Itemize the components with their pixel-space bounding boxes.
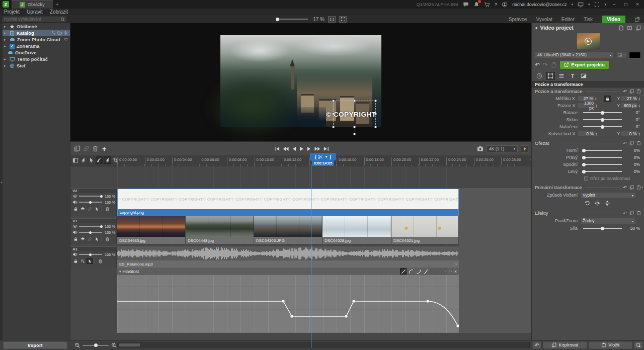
snapshot-camera-icon[interactable]	[477, 145, 484, 152]
display-dropdown-icon[interactable]: ▾	[588, 3, 590, 7]
previous-clip-button[interactable]	[283, 146, 289, 151]
watermark-strip[interactable]: © COPYRIGHT© COPYRIGHT© COPYRIGHT© COPYR…	[118, 189, 458, 209]
crop-after-transform-checkbox[interactable]	[584, 177, 588, 181]
selection-handle[interactable]	[374, 126, 377, 128]
next-keyframe-icon[interactable]: ›	[451, 269, 452, 274]
speaker-icon[interactable]	[72, 252, 77, 257]
external-window-icon[interactable]	[634, 17, 640, 22]
next-frame-button[interactable]	[307, 146, 311, 151]
export-project-button[interactable]: Export projektu	[560, 61, 609, 69]
select-tool-icon[interactable]	[88, 156, 95, 164]
position-y-input[interactable]: 800 px	[621, 103, 638, 109]
expand-icon[interactable]: ▸	[4, 64, 8, 68]
volume-knob[interactable]	[89, 201, 92, 204]
rotation-slider[interactable]	[583, 112, 622, 113]
undo-button[interactable]: ↶	[532, 341, 541, 349]
collapse-icon[interactable]: ▾	[119, 270, 121, 274]
rotate-ccw-icon[interactable]	[584, 200, 590, 206]
sidebar-item-oblibene[interactable]: ▸ Oblíbené	[3, 23, 70, 30]
back-icon[interactable]: ◂	[535, 25, 537, 30]
reset-icon[interactable]: ↶	[623, 140, 627, 146]
envelope-edit-icon[interactable]	[87, 258, 93, 264]
playhead-icon[interactable]: ▼	[325, 155, 328, 158]
selection-handle[interactable]	[332, 100, 335, 102]
search-input[interactable]	[3, 17, 60, 22]
mixdown-icon[interactable]	[79, 258, 86, 264]
rotation-knob[interactable]	[601, 111, 604, 115]
crop-bottom-knob[interactable]	[582, 163, 586, 166]
project-thumbnail[interactable]: ▶	[576, 33, 600, 49]
minimize-button[interactable]: −	[611, 2, 618, 7]
opacity-knob[interactable]	[100, 225, 103, 228]
close-button[interactable]: ×	[634, 2, 641, 7]
strength-slider[interactable]	[583, 228, 622, 229]
eye-icon[interactable]	[72, 224, 77, 229]
reset-icon[interactable]: ↶	[623, 185, 627, 190]
lock-aspect-icon[interactable]	[604, 96, 611, 102]
display-icon[interactable]	[578, 2, 584, 8]
selection-handle[interactable]	[332, 126, 335, 128]
eye-icon[interactable]	[72, 194, 77, 199]
preview-frame[interactable]: © COPYRIGHT	[220, 35, 381, 127]
fit-mode-select[interactable]: Vyplnit ▾	[580, 192, 636, 199]
volume-knob[interactable]	[89, 231, 92, 234]
keyframe-value-select[interactable]: ▾	[430, 269, 447, 274]
curve-linear-icon[interactable]	[400, 268, 407, 275]
audio-waveform-clip[interactable]	[117, 246, 459, 260]
preview-zoom-slider[interactable]	[277, 19, 308, 20]
tab-tisk[interactable]: Tisk	[584, 17, 593, 22]
anchor-y-input[interactable]: 0 %	[621, 131, 638, 137]
curve-ease-out-icon[interactable]	[408, 268, 414, 275]
paste-icon[interactable]	[636, 185, 641, 190]
volume-envelope-area[interactable]	[117, 275, 459, 333]
clip-DSC04303.JPG[interactable]: DSC04303.JPG	[254, 216, 323, 244]
clip-name-bar[interactable]: copyright.png	[118, 209, 458, 216]
import-button[interactable]: Import	[3, 341, 67, 349]
lock-icon[interactable]	[72, 258, 78, 264]
render-preview-icon[interactable]	[627, 25, 632, 31]
gear-icon[interactable]	[63, 31, 68, 35]
clip-thumbnail[interactable]	[323, 216, 391, 237]
folder-icon[interactable]	[57, 31, 62, 35]
sidebar-item-katalog[interactable]: ▸ Katalog	[3, 30, 70, 36]
paste-icon[interactable]	[636, 210, 641, 216]
curve-tool-icon[interactable]	[96, 156, 103, 164]
scale-y-input[interactable]: 27 %	[621, 96, 638, 102]
zoom-in-icon[interactable]	[111, 342, 117, 348]
turn-slider[interactable]	[583, 126, 622, 127]
reset-icon[interactable]: ↶	[623, 89, 627, 94]
scrollbar-thumb[interactable]	[119, 343, 140, 346]
duplicate-clip-icon[interactable]	[72, 144, 82, 153]
trash-icon[interactable]	[104, 206, 110, 212]
chat-icon[interactable]	[463, 2, 469, 8]
crop-left-knob[interactable]	[582, 170, 586, 173]
performance-flash-button[interactable]	[521, 145, 528, 152]
crop-top-slider[interactable]	[583, 150, 622, 151]
menu-zobrazit[interactable]: Zobrazit	[50, 9, 68, 15]
spinner-icons[interactable]: ▴▾	[638, 97, 640, 101]
sidebar-item-zonerama[interactable]: ▸ Z Zonerama	[3, 43, 70, 49]
timeline-zoom-slider[interactable]	[83, 345, 109, 346]
background-mode-select[interactable]: ▾	[615, 51, 627, 58]
history-icon[interactable]	[551, 62, 557, 68]
help-icon[interactable]: ?	[495, 2, 498, 7]
selection-box[interactable]	[333, 101, 376, 127]
clip-thumbnail[interactable]	[117, 216, 185, 237]
cart-icon[interactable]	[63, 37, 68, 42]
tab-video[interactable]: Video	[602, 16, 625, 23]
trim-in-icon[interactable]: {	[315, 154, 317, 159]
panel-scroll-icon[interactable]: ▸	[641, 185, 643, 189]
delete-clip-icon[interactable]	[91, 144, 100, 153]
fullscreen-dropdown-icon[interactable]: ▾	[604, 3, 606, 7]
clip-thumbnail[interactable]	[391, 216, 458, 237]
timeline-zoom-knob[interactable]	[94, 343, 98, 347]
crop-top-knob[interactable]	[582, 149, 586, 152]
expand-icon[interactable]: ▸	[4, 31, 8, 35]
tab-properties-icon[interactable]	[557, 72, 566, 80]
auto-select-icon[interactable]	[94, 236, 100, 242]
preview-quality-select[interactable]: 4K (1:1) ▾	[487, 145, 518, 152]
expand-icon[interactable]: ▸	[4, 57, 8, 61]
split-scissors-icon[interactable]	[318, 154, 323, 159]
spinner-icons[interactable]: ▴▾	[638, 132, 640, 136]
next-keyframe-icon[interactable]: ›	[455, 261, 457, 267]
